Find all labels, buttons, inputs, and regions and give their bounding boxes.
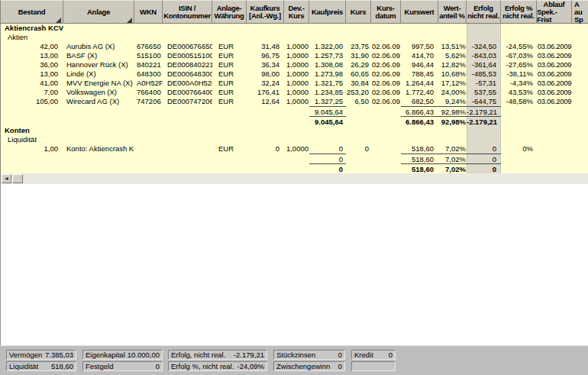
cell-ablauf: 03.06.2009: [537, 97, 572, 106]
cell-kaufkurs: [247, 106, 284, 116]
cell-kursdatum: [371, 144, 401, 154]
cell-kursdatum: 02.06.09: [371, 70, 401, 79]
status-label: Festgeld: [86, 362, 113, 370]
cell-isin: DE0006483001: [163, 70, 212, 79]
cell-kaufpreis: 1.322,00: [309, 42, 346, 51]
status-value: 7.385,03: [45, 351, 73, 359]
group-row[interactable]: Liquidität: [1, 135, 588, 144]
cell-bestand: 13,00: [1, 51, 63, 60]
cell-anlage: Aurubis AG (X): [63, 42, 134, 51]
table-row[interactable]: 13,00BASF (X)515100DE0005151005EUR96,751…: [1, 51, 588, 60]
cell-ablauf: 03.06.2009: [537, 79, 572, 88]
column-header-kurs[interactable]: Kurs: [346, 0, 371, 24]
status-box-st-ckzinsen: Stückzinsen0: [273, 350, 345, 360]
cell-kaufkurs: [247, 116, 284, 126]
status-box-festgeld: Festgeld0: [82, 361, 163, 371]
table-row[interactable]: 36,00Hannover Rück (X)840221DE0008402215…: [1, 60, 588, 70]
cell-devkurs: 1,0000: [284, 42, 309, 51]
cell-erfolg: -361,64: [467, 60, 501, 70]
status-box-erfolg-%-nicht-real-: Erfolg %, nicht real.-24,09%: [168, 361, 267, 371]
cell-devkurs: 1,0000: [284, 88, 309, 97]
cell-wertanteil: 13,51%: [438, 42, 467, 51]
cell-cut: [572, 88, 588, 97]
cell-anlage: Konto: Aktiencrash KCV: [63, 144, 134, 154]
status-label: Stückzinsen: [276, 351, 315, 359]
column-header-anlage[interactable]: Anlage: [63, 0, 134, 24]
cell-cut: [572, 97, 588, 106]
status-row-2: Liquidität518,60Festgeld0Erfolg %, nicht…: [0, 361, 588, 371]
cell-kaufkurs: 36,34: [247, 60, 284, 70]
column-header-kaufpreis[interactable]: Kaufpreis: [309, 0, 346, 24]
table-row[interactable]: 42,00Aurubis AG (X)676650DE0006766504EUR…: [1, 42, 588, 51]
cell-waehrung: EUR: [212, 88, 247, 97]
cell-erfolg: -843,03: [467, 51, 501, 60]
table-row[interactable]: 0518,607,02%0: [1, 163, 588, 173]
status-value: 518,60: [51, 362, 73, 370]
column-header-kursdatum[interactable]: Kurs-datum: [371, 0, 401, 24]
table-row[interactable]: 9.045,646.866,4392,98%-2.179,21: [1, 116, 588, 126]
cell-devkurs: [284, 116, 309, 126]
cell-devkurs: [284, 163, 309, 173]
cell-kurswert: 414,70: [401, 51, 438, 60]
cell-wertanteil: 7,02%: [438, 163, 467, 173]
cell-wertanteil: 92,98%: [438, 116, 467, 126]
column-header-bestand[interactable]: Bestand: [1, 0, 63, 24]
cell-wkn: [134, 106, 163, 116]
table-row[interactable]: 1,00Konto: Aktiencrash KCVEUR01,00000051…: [1, 144, 588, 154]
column-header-erfolgproz[interactable]: Erfolg %nicht real.: [501, 0, 537, 24]
group-row[interactable]: Konten: [1, 126, 588, 135]
scroll-left-button[interactable]: ◄: [2, 174, 11, 183]
cell-wkn: A0H52F: [134, 79, 163, 88]
cell-kurswert: 518,60: [401, 163, 438, 173]
cell-cut: [572, 106, 588, 116]
horizontal-scrollbar[interactable]: ◄: [0, 173, 588, 184]
cell-anlage: [63, 163, 134, 173]
scrollbar-thumb[interactable]: [12, 174, 23, 183]
status-box-kredit: Kredit0: [351, 350, 396, 360]
cell-kaufkurs: [247, 163, 284, 173]
cell-kurs: 6,50: [346, 97, 371, 106]
cell-devkurs: [284, 154, 309, 163]
cell-cut: [572, 154, 588, 163]
cell-wkn: 747206: [134, 97, 163, 106]
column-header-wkn[interactable]: WKN: [134, 0, 163, 24]
status-label: Zwischengewinn: [276, 362, 330, 370]
cell-wertanteil: 92,98%: [438, 106, 467, 116]
cell-erfolgproz: -38,11%: [501, 70, 537, 79]
table-row[interactable]: 9.045,646.866,4392,98%-2.179,21: [1, 106, 588, 116]
cell-kurswert: 6.866,43: [401, 106, 438, 116]
cell-kaufkurs: [247, 154, 284, 163]
column-header-erfolg[interactable]: Erfolgnicht real.: [467, 0, 501, 24]
cell-bestand: 7,00: [1, 88, 63, 97]
column-header-wertanteil[interactable]: Wert-anteil %: [438, 0, 467, 24]
cell-isin: [163, 116, 212, 126]
cell-bestand: [1, 116, 63, 126]
cell-erfolgproz: 0%: [501, 144, 537, 154]
column-header-waehrung[interactable]: Anlage-Währung: [212, 0, 247, 24]
cell-erfolgproz: -67,03%: [501, 51, 537, 60]
table-row[interactable]: 0518,607,02%0: [1, 154, 588, 163]
group-row[interactable]: Aktiencrash KCV: [1, 24, 588, 33]
cell-ablauf: 03.06.2009: [537, 88, 572, 97]
table-row[interactable]: 41,00MVV Energie NA (X)A0H52FDE000A0H52F…: [1, 79, 588, 88]
cell-kurs: 31,90: [346, 51, 371, 60]
cell-waehrung: EUR: [212, 97, 247, 106]
table-row[interactable]: 7,00Volkswagen (X)766400DE0007664005EUR1…: [1, 88, 588, 97]
cell-kurs: [346, 154, 371, 163]
cell-kursdatum: [371, 163, 401, 173]
column-header-kaufkurs[interactable]: Kaufkurs[Anl.-Wg.]: [247, 0, 284, 24]
group-row[interactable]: Aktien: [1, 33, 588, 42]
status-label: Kredit: [354, 351, 373, 359]
column-header-isin[interactable]: ISIN /Kontonummer: [163, 0, 212, 24]
column-header-cut[interactable]: AauSp: [572, 0, 588, 24]
column-header-devkurs[interactable]: Dev.-Kurs: [284, 0, 309, 24]
column-header-ablauf[interactable]: AblaufSpek.-Frist: [537, 0, 572, 24]
cell-wkn: 766400: [134, 88, 163, 97]
column-header-kurswert[interactable]: Kurswert: [401, 0, 438, 24]
status-row-1: Vermögen7.385,03Eigenkapital10.000,00Erf…: [0, 350, 588, 360]
cell-bestand: [1, 106, 63, 116]
table-row[interactable]: 13,00Linde (X)648300DE0006483001EUR98,00…: [1, 70, 588, 79]
cell-erfolg: -485,53: [467, 70, 501, 79]
table-row[interactable]: 105,00Wirecard AG (X)747206DE0007472060E…: [1, 97, 588, 106]
cell-kurs: [346, 116, 371, 126]
